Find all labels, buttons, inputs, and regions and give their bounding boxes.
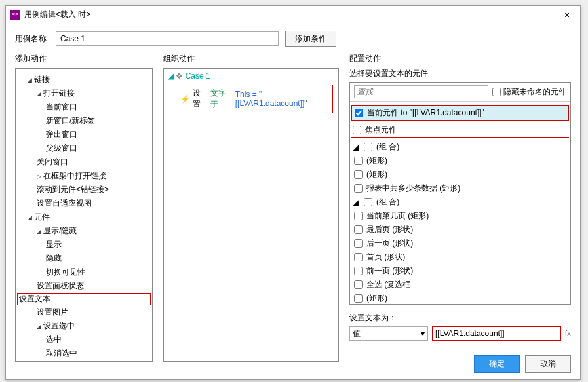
comp-firstpage[interactable]: 首页 (形状) [353, 250, 568, 264]
case-node[interactable]: ◢ ❖ Case 1 [164, 69, 338, 83]
add-condition-button[interactable]: 添加条件 [285, 31, 336, 47]
tree-set-text[interactable]: 设置文本 [17, 293, 151, 305]
value-type-select[interactable]: 值▾ [349, 326, 428, 341]
case-name-label: 用例名称 [15, 33, 47, 45]
set-text-to-label: 设置文本为： [349, 313, 571, 324]
add-action-tree[interactable]: ◢链接 ◢打开链接 当前窗口 新窗口/新标签 弹出窗口 父级窗口 关闭窗口 ▷在… [15, 68, 153, 362]
comp-prevpage[interactable]: 前一页 (形状) [353, 264, 568, 278]
comp-group1[interactable]: ◢(组 合) [353, 140, 568, 154]
tree-component[interactable]: ◢元件 [18, 210, 149, 224]
case-name-input[interactable] [56, 31, 279, 46]
select-component-label: 选择要设置文本的元件 [349, 68, 571, 79]
tree-select[interactable]: 选中 [18, 333, 149, 347]
tree-popup[interactable]: 弹出窗口 [18, 128, 149, 142]
close-button[interactable]: × [558, 10, 576, 20]
comp-tablecount[interactable]: 报表中共多少条数据 (矩形) [353, 181, 568, 195]
comp-current[interactable]: 当前元件 to "[[LVAR1.datacount]]" [351, 105, 569, 121]
cfg-action-label: 配置动作 [349, 53, 571, 64]
comp-curpage[interactable]: 当前第几页 (矩形) [353, 209, 568, 223]
chevron-down-icon: ▾ [421, 329, 425, 338]
bolt-icon: ⚡ [180, 94, 190, 104]
comp-nextpage[interactable]: 后一页 (形状) [353, 237, 568, 250]
cancel-button[interactable]: 取消 [525, 355, 571, 373]
tree-hide[interactable]: 隐藏 [18, 252, 149, 265]
tree-panel-state[interactable]: 设置面板状态 [18, 279, 149, 293]
comp-focus[interactable]: 焦点元件 [351, 123, 569, 138]
tree-new-win[interactable]: 新窗口/新标签 [18, 114, 149, 128]
ok-button[interactable]: 确定 [474, 355, 520, 373]
tree-cur-win[interactable]: 当前窗口 [18, 100, 149, 114]
component-panel: 隐藏未命名的元件 当前元件 to "[[LVAR1.datacount]]" 焦… [349, 82, 571, 305]
tree-unselect[interactable]: 取消选中 [18, 347, 149, 360]
tree-set-view[interactable]: 设置自适应视图 [18, 197, 149, 210]
comp-rect1[interactable]: (矩形) [353, 154, 568, 168]
action-set-text[interactable]: ⚡ 设置 文字于 This = "[[LVAR1.datacount]]" [176, 85, 333, 113]
tree-scroll-to[interactable]: 滚动到元件<错链接> [18, 183, 149, 197]
tree-frame-open[interactable]: ▷在框架中打开链接 [18, 169, 149, 183]
tree-show[interactable]: 显示 [18, 238, 149, 252]
tree-show-hide[interactable]: ◢显示/隐藏 [18, 224, 149, 238]
tree-open-link[interactable]: ◢打开链接 [18, 86, 149, 100]
add-action-label: 添加动作 [15, 53, 153, 64]
comp-rect3[interactable]: (矩形) [353, 292, 568, 305]
org-action-label: 组织动作 [163, 53, 339, 64]
value-input[interactable] [432, 326, 561, 341]
dialog-title: 用例编辑<载入 时> [24, 9, 558, 20]
tree-close-win[interactable]: 关闭窗口 [18, 155, 149, 169]
fx-button[interactable]: fx [565, 329, 571, 338]
tree-set-image[interactable]: 设置图片 [18, 305, 149, 319]
hide-unnamed-checkbox[interactable]: 隐藏未命名的元件 [492, 86, 566, 98]
tree-link[interactable]: ◢链接 [18, 73, 149, 86]
tree-parent-win[interactable]: 父级窗口 [18, 142, 149, 155]
app-icon: RP [10, 10, 20, 20]
tree-set-select[interactable]: ◢设置选中 [18, 319, 149, 333]
org-action-panel[interactable]: ◢ ❖ Case 1 ⚡ 设置 文字于 This = "[[LVAR1.data… [163, 68, 339, 362]
comp-lastpage[interactable]: 最后页 (形状) [353, 223, 568, 237]
tree-toggle[interactable]: 切换可见性 [18, 265, 149, 279]
comp-selectall[interactable]: 全选 (复选框 [353, 278, 568, 292]
comp-rect2[interactable]: (矩形) [353, 168, 568, 181]
comp-group2[interactable]: ◢(组 合) [353, 195, 568, 209]
search-input[interactable] [354, 85, 488, 98]
